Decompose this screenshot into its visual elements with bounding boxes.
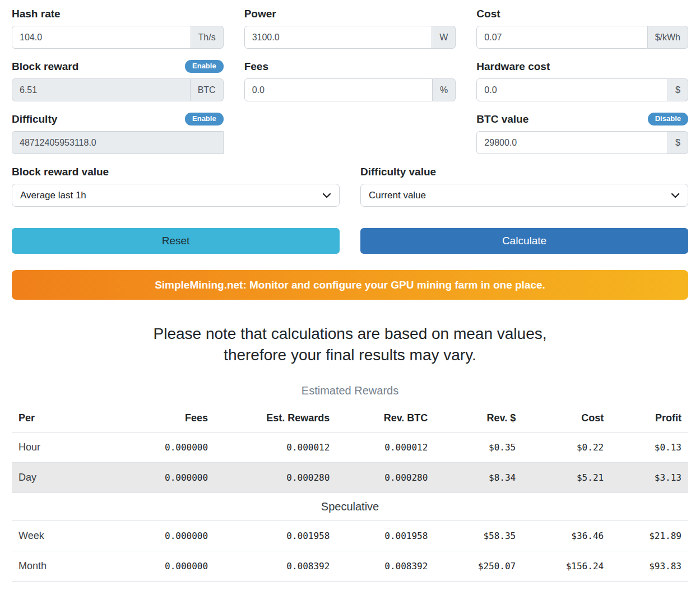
block-reward-label: Block reward (12, 61, 78, 73)
value-cell: $8.34 (434, 463, 522, 493)
value-cell: 0.000000 (140, 551, 215, 582)
banner-text: SimpleMining.net: Monitor and configure … (155, 279, 545, 291)
block-reward-value-label: Block reward value (12, 166, 109, 178)
value-cell: 0.000000 (140, 521, 215, 551)
btc-value-unit: $ (668, 131, 688, 154)
value-cell: $93.83 (610, 551, 688, 582)
per-cell: Day (12, 463, 140, 493)
field-difficulty: Difficulty Enable (12, 112, 224, 154)
value-cell: 0.000012 (336, 433, 434, 463)
field-btc-value: BTC value Disable $ (476, 112, 688, 154)
chevron-down-icon (322, 191, 331, 200)
block-reward-value-selected: Average last 1h (20, 190, 86, 201)
button-row: Reset Calculate (12, 228, 688, 254)
fees-label: Fees (244, 61, 268, 73)
value-cell: 0.000000 (140, 463, 215, 493)
empty-cell (244, 112, 456, 165)
value-cell: 0.000012 (215, 433, 336, 463)
value-cell: $3.13 (610, 463, 688, 493)
col-header-rev-usd: Rev. $ (434, 405, 522, 433)
hardware-cost-input[interactable] (476, 78, 668, 101)
disclaimer-note: Please note that calculations are based … (12, 323, 688, 366)
difficulty-label: Difficulty (12, 113, 57, 125)
reset-button[interactable]: Reset (12, 228, 340, 254)
value-cell: 0.001958 (215, 521, 336, 551)
hardware-cost-unit: $ (668, 78, 688, 101)
value-cell: $0.22 (522, 433, 610, 463)
calculate-button[interactable]: Calculate (360, 228, 688, 254)
power-label: Power (244, 8, 276, 20)
hash-rate-unit: Th/s (191, 26, 224, 49)
per-cell: Month (12, 551, 140, 582)
speculative-section-row: Speculative (12, 493, 688, 521)
difficulty-enable-badge[interactable]: Enable (185, 113, 224, 125)
cost-unit: $/kWh (648, 26, 688, 49)
value-cell: $36.46 (522, 521, 610, 551)
field-block-reward: Block reward Enable BTC (12, 59, 224, 101)
value-cell: $58.35 (434, 521, 522, 551)
value-cell: $250.07 (434, 551, 522, 582)
field-hardware-cost: Hardware cost $ (476, 59, 688, 101)
table-row-day: Day 0.000000 0.000280 0.000280 $8.34 $5.… (12, 463, 688, 493)
hash-rate-label: Hash rate (12, 8, 61, 20)
value-cell: 0.001958 (336, 521, 434, 551)
col-header-est-rewards: Est. Rewards (215, 405, 336, 433)
value-cell: $156.24 (522, 551, 610, 582)
speculative-section-label: Speculative (12, 493, 688, 521)
table-header-row: Per Fees Est. Rewards Rev. BTC Rev. $ Co… (12, 405, 688, 433)
fees-unit: % (433, 78, 456, 101)
field-cost: Cost $/kWh (476, 7, 688, 49)
hash-rate-input[interactable] (12, 26, 191, 49)
mining-calculator-page: Hash rate Th/s Power W Cost $/kWh (0, 0, 700, 593)
block-reward-enable-badge[interactable]: Enable (185, 60, 224, 73)
chevron-down-icon (671, 191, 680, 200)
table-row-month: Month 0.000000 0.008392 0.008392 $250.07… (12, 551, 688, 582)
table-row-hour: Hour 0.000000 0.000012 0.000012 $0.35 $0… (12, 433, 688, 463)
col-header-profit: Profit (610, 405, 688, 433)
value-cell: $21.89 (610, 521, 688, 551)
disclaimer-line-1: Please note that calculations are based … (12, 323, 688, 345)
difficulty-value-select[interactable]: Current value (360, 184, 688, 207)
fees-input[interactable] (244, 78, 433, 101)
difficulty-value-label: Difficulty value (360, 166, 436, 178)
btc-value-label: BTC value (476, 113, 529, 125)
value-cell: 0.008392 (336, 551, 434, 582)
select-row: Block reward value Average last 1h Diffi… (12, 165, 688, 217)
power-input[interactable] (244, 26, 433, 49)
btc-value-input[interactable] (476, 131, 668, 154)
form-grid: Hash rate Th/s Power W Cost $/kWh (12, 7, 688, 165)
field-block-reward-value: Block reward value Average last 1h (12, 165, 340, 207)
block-reward-unit: BTC (191, 78, 224, 101)
rewards-table: Per Fees Est. Rewards Rev. BTC Rev. $ Co… (12, 405, 688, 582)
value-cell: 0.000280 (215, 463, 336, 493)
field-difficulty-value: Difficulty value Current value (360, 165, 688, 207)
col-header-per: Per (12, 405, 140, 433)
difficulty-input (12, 131, 224, 154)
difficulty-value-selected: Current value (369, 190, 426, 201)
value-cell: $0.13 (610, 433, 688, 463)
value-cell: 0.000280 (336, 463, 434, 493)
block-reward-input (12, 78, 191, 101)
simplemining-ad-banner[interactable]: SimpleMining.net: Monitor and configure … (12, 270, 688, 300)
estimated-rewards-heading: Estimated Rewards (12, 384, 688, 397)
cost-label: Cost (476, 8, 500, 20)
field-hash-rate: Hash rate Th/s (12, 7, 224, 49)
btc-value-disable-badge[interactable]: Disable (648, 113, 688, 125)
col-header-fees: Fees (140, 405, 215, 433)
value-cell: 0.000000 (140, 433, 215, 463)
power-unit: W (432, 26, 456, 49)
block-reward-value-select[interactable]: Average last 1h (12, 184, 340, 207)
per-cell: Week (12, 521, 140, 551)
field-fees: Fees % (244, 59, 456, 101)
col-header-rev-btc: Rev. BTC (336, 405, 434, 433)
value-cell: $0.35 (434, 433, 522, 463)
cost-input[interactable] (476, 26, 647, 49)
table-row-week: Week 0.000000 0.001958 0.001958 $58.35 $… (12, 521, 688, 551)
per-cell: Hour (12, 433, 140, 463)
col-header-cost: Cost (522, 405, 610, 433)
field-power: Power W (244, 7, 456, 49)
hardware-cost-label: Hardware cost (476, 61, 550, 73)
value-cell: $5.21 (522, 463, 610, 493)
disclaimer-line-2: therefore your final results may vary. (12, 345, 688, 366)
value-cell: 0.008392 (215, 551, 336, 582)
